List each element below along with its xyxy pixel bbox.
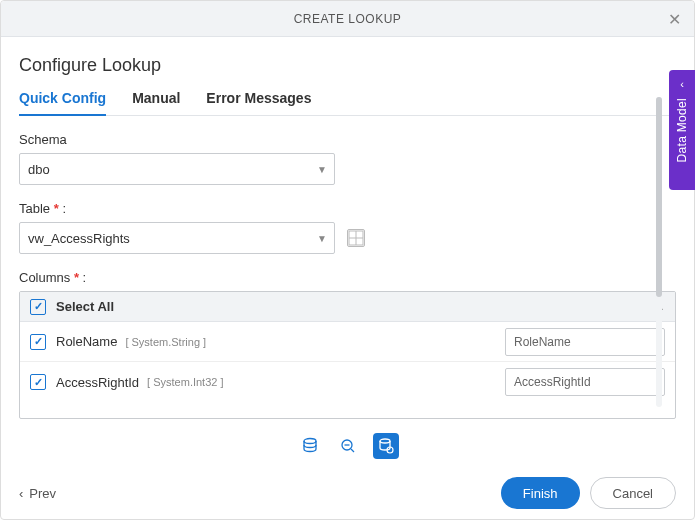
table-select[interactable] — [19, 222, 335, 254]
close-button[interactable]: ✕ — [664, 9, 684, 29]
zoom-out-icon[interactable] — [335, 433, 361, 459]
database-icon[interactable] — [297, 433, 323, 459]
table-preview-icon[interactable] — [347, 229, 365, 247]
footer: ‹ Prev Finish Cancel — [1, 467, 694, 519]
finish-button[interactable]: Finish — [501, 477, 580, 509]
cancel-button[interactable]: Cancel — [590, 477, 676, 509]
tab-quick-config[interactable]: Quick Config — [19, 90, 106, 116]
column-name: RoleName — [56, 334, 117, 349]
column-row: AccessRightId [ System.Int32 ] — [20, 362, 675, 402]
database-settings-icon[interactable] — [373, 433, 399, 459]
select-all-label: Select All — [56, 299, 114, 314]
chevron-left-icon: ‹ — [19, 486, 23, 501]
schema-label: Schema — [19, 132, 676, 147]
table-label: Table * : — [19, 201, 676, 216]
schema-select[interactable] — [19, 153, 335, 185]
tab-error-messages[interactable]: Error Messages — [206, 90, 311, 115]
columns-label: Columns * : — [19, 270, 676, 285]
close-icon: ✕ — [668, 10, 681, 29]
prev-button[interactable]: ‹ Prev — [19, 486, 56, 501]
modal-title: CREATE LOOKUP — [294, 12, 402, 26]
data-model-panel-toggle[interactable]: ‹ Data Model — [669, 70, 695, 190]
data-model-label: Data Model — [675, 98, 689, 162]
svg-point-3 — [304, 439, 316, 444]
columns-header[interactable]: Select All ▲ — [20, 292, 675, 322]
chevron-left-icon: ‹ — [680, 78, 684, 90]
tab-bar: Quick Config Manual Error Messages — [19, 90, 676, 116]
columns-grid: Select All ▲ RoleName [ System.String ] … — [19, 291, 676, 419]
select-all-checkbox[interactable] — [30, 299, 46, 315]
column-row: RoleName [ System.String ] — [20, 322, 675, 362]
title-bar: CREATE LOOKUP ✕ — [1, 1, 694, 37]
tab-manual[interactable]: Manual — [132, 90, 180, 115]
svg-line-5 — [351, 449, 354, 452]
scrollbar[interactable] — [656, 97, 662, 407]
column-alias-input[interactable] — [505, 368, 665, 396]
column-checkbox[interactable] — [30, 334, 46, 350]
column-name: AccessRightId — [56, 375, 139, 390]
column-type: [ System.String ] — [125, 336, 206, 348]
column-checkbox[interactable] — [30, 374, 46, 390]
column-alias-input[interactable] — [505, 328, 665, 356]
scrollbar-thumb[interactable] — [656, 97, 662, 297]
svg-point-7 — [380, 439, 390, 443]
page-title: Configure Lookup — [19, 55, 676, 76]
action-icon-row — [1, 423, 694, 467]
column-type: [ System.Int32 ] — [147, 376, 223, 388]
